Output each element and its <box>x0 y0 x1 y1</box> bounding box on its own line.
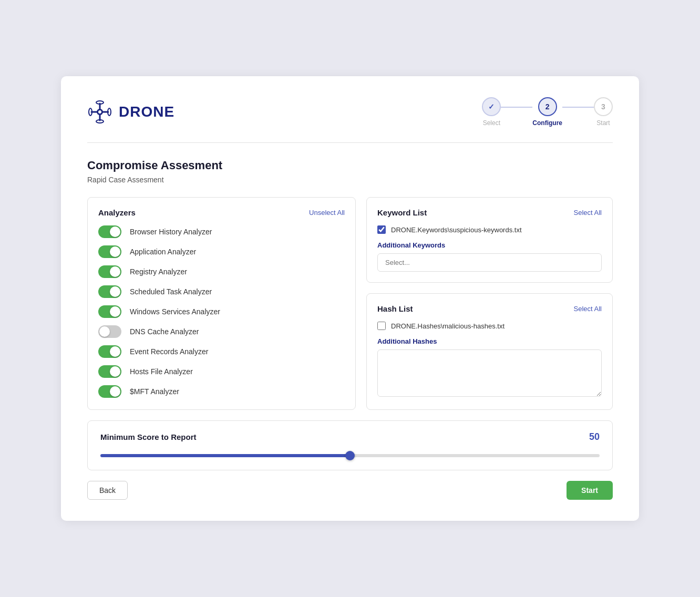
toggle-thumb-8 <box>110 386 120 397</box>
back-button[interactable]: Back <box>87 481 128 500</box>
analyzer-item-6: Event Records Analyzer <box>98 345 341 358</box>
analyzer-item-0: Browser History Analyzer <box>98 225 341 238</box>
score-value: 50 <box>589 431 600 442</box>
analyzer-name-3: Scheduled Task Analyzer <box>130 287 212 296</box>
toggle-2[interactable] <box>98 265 121 278</box>
step-line-2 <box>562 107 594 108</box>
toggle-thumb-0 <box>110 227 120 237</box>
analyzer-name-5: DNS Cache Analyzer <box>130 327 199 336</box>
step-start-circle: 3 <box>594 97 613 116</box>
slider-container <box>100 450 600 459</box>
toggle-7[interactable] <box>98 365 121 378</box>
keyword-title: Keyword List <box>377 208 427 217</box>
analyzer-name-6: Event Records Analyzer <box>130 347 208 356</box>
analyzer-item-4: Windows Services Analyzer <box>98 305 341 318</box>
step-select-circle: ✓ <box>482 97 501 116</box>
hash-label-0: DRONE.Hashes\malicious-hashes.txt <box>391 322 505 330</box>
additional-hashes-label: Additional Hashes <box>377 337 602 345</box>
analyzer-item-5: DNS Cache Analyzer <box>98 325 341 338</box>
svg-point-6 <box>96 101 104 104</box>
toggle-1[interactable] <box>98 245 121 258</box>
toggle-thumb-4 <box>110 306 120 317</box>
logo-text: DRONE <box>119 104 174 120</box>
analyzer-item-2: Registry Analyzer <box>98 265 341 278</box>
analyzer-list: Browser History AnalyzerApplication Anal… <box>98 225 345 398</box>
hash-title: Hash List <box>377 304 413 313</box>
toggle-thumb-5 <box>99 326 110 337</box>
keyword-item-0: DRONE.Keywords\suspicious-keywords.txt <box>377 225 602 234</box>
score-title: Minimum Score to Report <box>100 433 197 441</box>
analyzer-name-4: Windows Services Analyzer <box>130 307 220 316</box>
analyzer-name-1: Application Analyzer <box>130 248 196 256</box>
score-slider[interactable] <box>100 454 600 457</box>
step-start-label: Start <box>596 119 610 127</box>
toggle-5[interactable] <box>98 325 121 338</box>
hash-select-all-button[interactable]: Select All <box>574 305 602 313</box>
additional-hashes-textarea[interactable] <box>377 349 602 397</box>
page-container: DRONE ✓ Select 2 Configure 3 Start Compr… <box>61 76 639 521</box>
toggle-thumb-6 <box>110 346 120 357</box>
keyword-checkbox-0[interactable] <box>377 225 386 234</box>
score-header: Minimum Score to Report 50 <box>100 431 600 442</box>
analyzers-title: Analyzers <box>98 208 136 217</box>
hash-panel: Hash List Select All DRONE.Hashes\malici… <box>366 293 613 410</box>
analyzer-item-3: Scheduled Task Analyzer <box>98 285 341 298</box>
toggle-0[interactable] <box>98 225 121 238</box>
hash-checkbox-0[interactable] <box>377 322 386 330</box>
toggle-thumb-2 <box>110 266 120 277</box>
stepper: ✓ Select 2 Configure 3 Start <box>482 97 613 127</box>
svg-point-1 <box>98 110 101 114</box>
step-select-label: Select <box>483 119 500 127</box>
toggle-thumb-7 <box>110 366 120 377</box>
unselect-all-button[interactable]: Unselect All <box>309 209 345 217</box>
main-content: Analyzers Unselect All Browser History A… <box>87 197 613 410</box>
svg-point-9 <box>108 108 111 116</box>
analyzer-name-7: Hosts File Analyzer <box>130 367 193 376</box>
analyzer-item-1: Application Analyzer <box>98 245 341 258</box>
toggle-thumb-3 <box>110 286 120 297</box>
page-subtitle: Rapid Case Assesment <box>87 176 613 184</box>
step-configure-circle: 2 <box>538 97 557 116</box>
hash-item-0: DRONE.Hashes\malicious-hashes.txt <box>377 322 602 330</box>
step-start: 3 Start <box>594 97 613 127</box>
analyzers-panel-header: Analyzers Unselect All <box>98 208 345 217</box>
step-line-1 <box>501 107 532 108</box>
toggle-3[interactable] <box>98 285 121 298</box>
svg-point-7 <box>96 120 104 123</box>
header-divider <box>87 142 613 143</box>
analyzer-item-7: Hosts File Analyzer <box>98 365 341 378</box>
toggle-8[interactable] <box>98 385 121 398</box>
toggle-4[interactable] <box>98 305 121 318</box>
additional-keywords-label: Additional Keywords <box>377 241 602 249</box>
keyword-select-all-button[interactable]: Select All <box>574 209 602 217</box>
keyword-panel-header: Keyword List Select All <box>377 208 602 217</box>
additional-keywords-input[interactable] <box>377 253 602 272</box>
keyword-label-0: DRONE.Keywords\suspicious-keywords.txt <box>391 226 522 234</box>
keyword-panel: Keyword List Select All DRONE.Keywords\s… <box>366 197 613 283</box>
drone-logo-icon <box>87 99 112 125</box>
hash-panel-header: Hash List Select All <box>377 304 602 313</box>
step-configure: 2 Configure <box>532 97 562 127</box>
analyzers-panel: Analyzers Unselect All Browser History A… <box>87 197 356 410</box>
svg-point-8 <box>89 108 92 116</box>
start-button[interactable]: Start <box>567 481 613 500</box>
analyzer-name-2: Registry Analyzer <box>130 267 187 276</box>
logo: DRONE <box>87 99 174 125</box>
step-configure-label: Configure <box>532 119 562 127</box>
analyzer-item-8: $MFT Analyzer <box>98 385 341 398</box>
toggle-6[interactable] <box>98 345 121 358</box>
toggle-thumb-1 <box>110 246 120 257</box>
header: DRONE ✓ Select 2 Configure 3 Start <box>87 97 613 127</box>
score-panel: Minimum Score to Report 50 <box>87 420 613 470</box>
page-title: Compromise Assesment <box>87 159 613 172</box>
analyzer-name-0: Browser History Analyzer <box>130 228 212 236</box>
right-panel: Keyword List Select All DRONE.Keywords\s… <box>366 197 613 410</box>
analyzer-name-8: $MFT Analyzer <box>130 387 179 396</box>
footer: Back Start <box>87 481 613 500</box>
step-select: ✓ Select <box>482 97 501 127</box>
